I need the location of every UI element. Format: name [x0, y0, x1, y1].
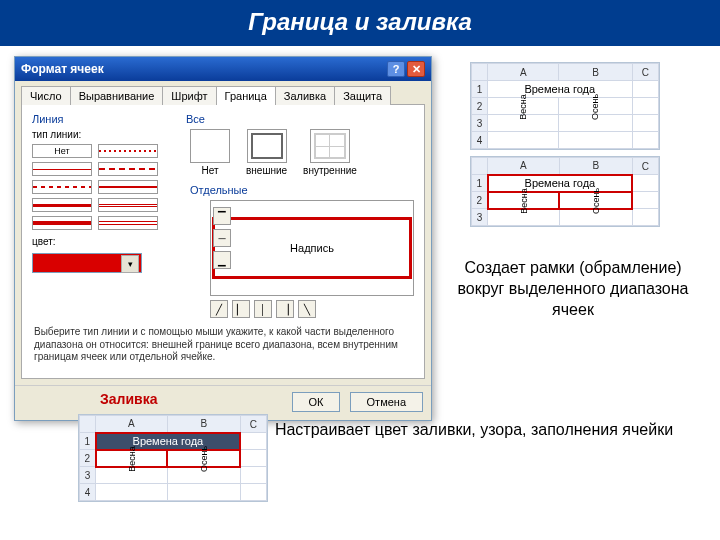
col-header: A — [488, 64, 559, 81]
border-middle-v-button[interactable]: │ — [254, 300, 272, 318]
dialog-help-text: Выберите тип линии и с помощью мыши укаж… — [34, 326, 412, 364]
line-style-9[interactable] — [98, 216, 158, 230]
border-diag-down-button[interactable]: ╲ — [298, 300, 316, 318]
preset-outline[interactable]: внешние — [246, 129, 287, 176]
line-style-picker[interactable]: Нет — [32, 144, 172, 230]
format-cells-dialog: Формат ячеек ? ✕ Число Выравнивание Шриф… — [14, 56, 432, 421]
col-header: B — [559, 64, 632, 81]
line-color-picker[interactable] — [32, 253, 142, 273]
border-top-button[interactable]: ▔ — [213, 207, 231, 225]
example-grid-fill: A B C 1 Времена года 2 Весна Осень 3 4 — [78, 414, 268, 502]
preview-text: Надпись — [290, 242, 334, 254]
line-style-7[interactable] — [98, 198, 158, 212]
cancel-button[interactable]: Отмена — [350, 392, 423, 412]
color-label: цвет: — [32, 236, 172, 247]
tab-alignment[interactable]: Выравнивание — [70, 86, 164, 105]
col-header: C — [632, 64, 659, 81]
border-left-button[interactable]: ▏ — [232, 300, 250, 318]
preset-none[interactable]: Нет — [190, 129, 230, 176]
line-style-5[interactable] — [98, 180, 158, 194]
tab-number[interactable]: Число — [21, 86, 71, 105]
border-right-button[interactable]: ▕ — [276, 300, 294, 318]
line-style-8[interactable] — [32, 216, 92, 230]
ok-button[interactable]: ОК — [292, 392, 341, 412]
line-style-4[interactable] — [32, 180, 92, 194]
line-style-2[interactable] — [32, 162, 92, 176]
line-section-title: Линия — [32, 113, 172, 125]
example-grid-plain: A B C 1Времена года 2ВеснаОсень 3 4 — [470, 62, 660, 150]
separate-section-title: Отдельные — [190, 184, 414, 196]
preset-inside[interactable]: внутренние — [303, 129, 357, 176]
line-type-label: тип линии: — [32, 129, 172, 140]
tab-panel-border: Линия тип линии: Нет цвет: — [21, 104, 425, 379]
border-middle-h-button[interactable]: ─ — [213, 229, 231, 247]
close-icon[interactable]: ✕ — [407, 61, 425, 77]
merged-cell: Времена года — [488, 81, 633, 98]
all-section-title: Все — [186, 113, 414, 125]
caption-borders: Создает рамки (обрамление) вокруг выделе… — [446, 258, 700, 320]
fill-section-label: Заливка — [100, 391, 157, 407]
tab-fill[interactable]: Заливка — [275, 86, 335, 105]
tab-font[interactable]: Шрифт — [162, 86, 216, 105]
dialog-title: Формат ячеек — [21, 62, 104, 76]
line-style-1[interactable] — [98, 144, 158, 158]
line-style-6[interactable] — [32, 198, 92, 212]
example-grid-bordered: A B C 1 Времена года 2 Весна Осень 3 — [470, 156, 660, 227]
line-style-none[interactable]: Нет — [32, 144, 92, 158]
tab-strip: Число Выравнивание Шрифт Граница Заливка… — [15, 81, 431, 104]
border-diag-up-button[interactable]: ╱ — [210, 300, 228, 318]
caption-fill: Настраивает цвет заливки, узора, заполне… — [264, 420, 684, 441]
dialog-titlebar: Формат ячеек ? ✕ — [15, 57, 431, 81]
corner-cell — [472, 64, 488, 81]
line-style-3[interactable] — [98, 162, 158, 176]
border-preview[interactable]: ▔ ─ ▁ Надпись — [210, 200, 414, 296]
tab-protection[interactable]: Защита — [334, 86, 391, 105]
tab-border[interactable]: Граница — [216, 86, 276, 105]
border-bottom-button[interactable]: ▁ — [213, 251, 231, 269]
slide-title: Граница и заливка — [0, 0, 720, 46]
help-icon[interactable]: ? — [387, 61, 405, 77]
